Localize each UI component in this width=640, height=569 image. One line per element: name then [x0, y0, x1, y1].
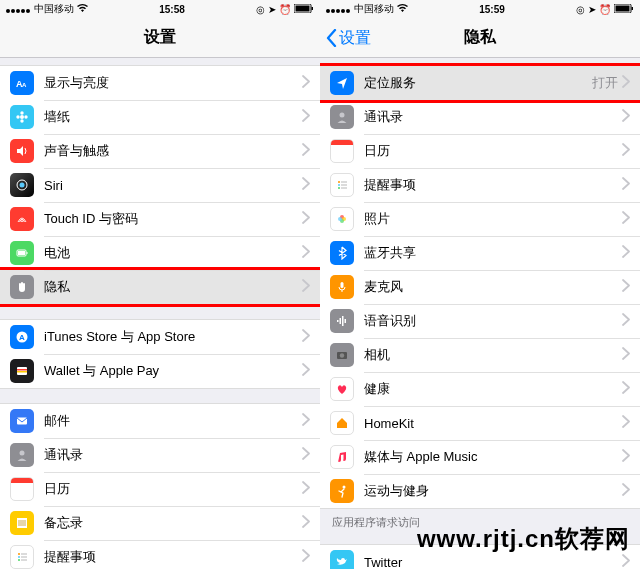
chevron-right-icon: [302, 210, 310, 228]
settings-pane: 中国移动 15:58 ◎ ➤ ⏰ 设置 AA 显示与亮度 墙纸 声音与触感: [0, 0, 320, 569]
row-value: 打开: [592, 74, 618, 92]
chevron-right-icon: [302, 514, 310, 532]
row-label: 通讯录: [364, 108, 622, 126]
svg-point-35: [340, 113, 345, 118]
row-label: 电池: [44, 244, 302, 262]
settings-row-siri[interactable]: Siri: [0, 168, 320, 202]
reminders-icon: [330, 173, 354, 197]
motion-icon: [330, 479, 354, 503]
settings-row-reminders[interactable]: 提醒事项: [320, 168, 640, 202]
settings-row-homekit[interactable]: HomeKit: [320, 406, 640, 440]
svg-point-52: [340, 353, 344, 357]
page-title: 设置: [144, 27, 176, 48]
calendar-icon: [330, 139, 354, 163]
compass-icon: ◎: [256, 4, 265, 15]
home-icon: [330, 411, 354, 435]
chevron-right-icon: [302, 446, 310, 464]
row-label: Wallet 与 Apple Pay: [44, 362, 302, 380]
wallet-icon: [10, 359, 34, 383]
settings-row-mail[interactable]: 邮件: [0, 404, 320, 438]
settings-row-speech[interactable]: 语音识别: [320, 304, 640, 338]
photos-icon: [330, 207, 354, 231]
location-icon: [330, 71, 354, 95]
settings-row-wallet[interactable]: Wallet 与 Apple Pay: [0, 354, 320, 388]
settings-row-photos[interactable]: 照片: [320, 202, 640, 236]
row-label: 媒体与 Apple Music: [364, 448, 622, 466]
settings-row-display[interactable]: AA 显示与亮度: [0, 66, 320, 100]
settings-row-notes[interactable]: 备忘录: [0, 506, 320, 540]
svg-rect-39: [341, 184, 347, 185]
wifi-icon: [397, 4, 408, 15]
svg-point-7: [20, 119, 23, 122]
chevron-right-icon: [622, 380, 630, 398]
settings-group: 定位服务 打开 通讯录 日历 提醒事项 照片 蓝牙共享 麦克风 语音识别: [320, 65, 640, 509]
page-title: 隐私: [464, 27, 496, 48]
settings-row-calendar[interactable]: 日历: [320, 134, 640, 168]
settings-row-battery[interactable]: 电池: [0, 236, 320, 270]
chevron-right-icon: [622, 482, 630, 500]
svg-text:A: A: [22, 82, 27, 88]
bluetooth-icon: [330, 241, 354, 265]
row-label: 相机: [364, 346, 622, 364]
chevron-right-icon: [622, 176, 630, 194]
row-label: 日历: [44, 480, 302, 498]
settings-row-contacts[interactable]: 通讯录: [0, 438, 320, 472]
settings-row-microphone[interactable]: 麦克风: [320, 270, 640, 304]
settings-row-health[interactable]: 健康: [320, 372, 640, 406]
chevron-right-icon: [622, 312, 630, 330]
chevron-right-icon: [302, 74, 310, 92]
row-label: 定位服务: [364, 74, 592, 92]
settings-row-motion[interactable]: 运动与健身: [320, 474, 640, 508]
svg-rect-29: [21, 556, 27, 557]
svg-point-9: [24, 115, 27, 118]
status-bar: 中国移动 15:59 ◎ ➤ ⏰: [320, 0, 640, 18]
svg-point-26: [18, 553, 20, 555]
siri-icon: [10, 173, 34, 197]
settings-group: AA 显示与亮度 墙纸 声音与触感 Siri Touch ID 与密码 电池 隐…: [0, 65, 320, 305]
row-label: 提醒事项: [364, 176, 622, 194]
health-icon: [330, 377, 354, 401]
row-label: 运动与健身: [364, 482, 622, 500]
row-label: Twitter: [364, 555, 622, 570]
svg-rect-19: [17, 371, 27, 373]
settings-row-itunes[interactable]: A iTunes Store 与 App Store: [0, 320, 320, 354]
settings-row-music[interactable]: 媒体与 Apple Music: [320, 440, 640, 474]
chevron-right-icon: [622, 448, 630, 466]
row-label: 健康: [364, 380, 622, 398]
back-button[interactable]: 设置: [326, 18, 371, 58]
svg-rect-27: [21, 553, 27, 554]
battery-icon: [10, 241, 34, 265]
row-label: 通讯录: [44, 446, 302, 464]
chevron-right-icon: [622, 414, 630, 432]
svg-point-40: [338, 187, 340, 189]
settings-row-touchid[interactable]: Touch ID 与密码: [0, 202, 320, 236]
settings-row-calendar[interactable]: 日历: [0, 472, 320, 506]
battery-icon: [294, 4, 314, 15]
chevron-right-icon: [302, 362, 310, 380]
svg-point-45: [338, 217, 342, 221]
svg-rect-41: [341, 187, 347, 188]
settings-row-camera[interactable]: 相机: [320, 338, 640, 372]
settings-row-privacy[interactable]: 隐私: [0, 270, 320, 304]
settings-row-sounds[interactable]: 声音与触感: [0, 134, 320, 168]
row-label: 提醒事项: [44, 548, 302, 566]
row-label: 显示与亮度: [44, 74, 302, 92]
camera-icon: [330, 343, 354, 367]
settings-row-bluetooth[interactable]: 蓝牙共享: [320, 236, 640, 270]
alarm-icon: ⏰: [599, 4, 611, 15]
svg-rect-46: [341, 282, 344, 288]
settings-row-location[interactable]: 定位服务 打开: [320, 66, 640, 100]
row-label: 隐私: [44, 278, 302, 296]
settings-row-wallpaper[interactable]: 墙纸: [0, 100, 320, 134]
row-label: Siri: [44, 178, 302, 193]
carrier-label: 中国移动: [34, 2, 74, 16]
chevron-right-icon: [622, 244, 630, 262]
chevron-right-icon: [302, 480, 310, 498]
calendar-icon: [10, 477, 34, 501]
settings-row-contacts[interactable]: 通讯录: [320, 100, 640, 134]
wifi-icon: [77, 4, 88, 15]
svg-rect-18: [17, 369, 27, 371]
contacts-icon: [330, 105, 354, 129]
chevron-right-icon: [302, 412, 310, 430]
settings-row-reminders[interactable]: 提醒事项: [0, 540, 320, 569]
